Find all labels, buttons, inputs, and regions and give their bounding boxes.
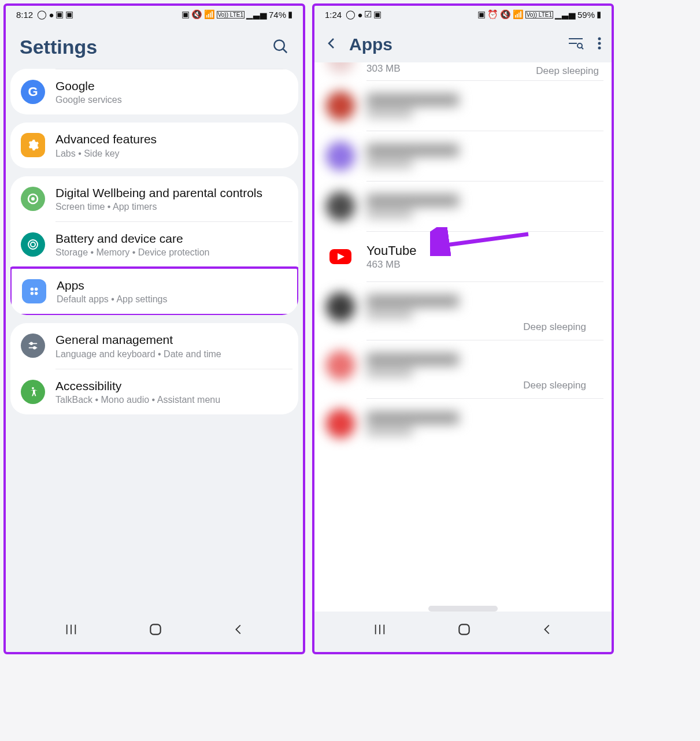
app-size bbox=[366, 368, 413, 377]
item-title: Apps bbox=[57, 278, 287, 293]
settings-item-general-management[interactable]: General management Language and keyboard… bbox=[10, 323, 298, 368]
status-time: 8:12 bbox=[16, 10, 33, 20]
svg-point-9 bbox=[35, 292, 38, 295]
status-time: 1:24 bbox=[325, 10, 342, 20]
mute-icon: 🔇 bbox=[191, 9, 202, 20]
navigation-bar bbox=[6, 612, 303, 652]
youtube-icon bbox=[326, 242, 355, 271]
svg-line-22 bbox=[582, 47, 583, 49]
svg-point-11 bbox=[30, 343, 32, 345]
svg-point-25 bbox=[598, 47, 601, 50]
app-status: Deep sleeping bbox=[536, 65, 599, 77]
filter-search-icon[interactable] bbox=[568, 36, 584, 53]
sliders-icon bbox=[21, 334, 45, 358]
more-icon[interactable] bbox=[598, 36, 601, 53]
status-bar: 8:12 ◯ ● ▣ ▣ ▣ 🔇 📶 Vo)) LTE1 ▁▃▅ 74% ▮ bbox=[6, 6, 303, 21]
app-row[interactable] bbox=[314, 131, 612, 181]
accessibility-icon bbox=[21, 380, 45, 404]
apps-highlight: Apps Default apps • App settings bbox=[10, 266, 298, 315]
chat-icon: ● bbox=[49, 10, 54, 20]
home-button[interactable] bbox=[457, 622, 472, 639]
svg-point-23 bbox=[598, 38, 601, 40]
whatsapp-icon: ◯ bbox=[343, 9, 355, 20]
settings-card: G Google Google services bbox=[10, 69, 298, 114]
settings-screen: 8:12 ◯ ● ▣ ▣ ▣ 🔇 📶 Vo)) LTE1 ▁▃▅ 74% ▮ S… bbox=[3, 3, 305, 654]
app-row[interactable] bbox=[314, 399, 612, 449]
app-status: Deep sleeping bbox=[314, 380, 599, 391]
battery-saver-icon: ▣ bbox=[182, 9, 190, 20]
wifi-icon: 📶 bbox=[513, 9, 524, 20]
back-button[interactable] bbox=[232, 623, 245, 638]
wifi-icon: 📶 bbox=[204, 9, 215, 20]
recents-button[interactable] bbox=[64, 623, 79, 638]
settings-item-battery-care[interactable]: Battery and device care Storage • Memory… bbox=[10, 222, 298, 267]
svg-point-3 bbox=[31, 197, 35, 201]
home-button[interactable] bbox=[148, 622, 163, 639]
app-name bbox=[366, 353, 459, 366]
item-sub: Storage • Memory • Device protection bbox=[55, 247, 288, 258]
gear-icon bbox=[21, 133, 45, 157]
settings-item-google[interactable]: G Google Google services bbox=[10, 69, 298, 114]
apps-header: Apps bbox=[314, 21, 612, 62]
settings-item-apps[interactable]: Apps Default apps • App settings bbox=[12, 269, 297, 314]
settings-item-accessibility[interactable]: Accessibility TalkBack • Mono audio • As… bbox=[10, 369, 298, 414]
svg-point-7 bbox=[35, 288, 38, 291]
chat-icon: ● bbox=[357, 10, 362, 20]
app-name bbox=[366, 94, 459, 106]
svg-point-14 bbox=[32, 387, 34, 389]
app-size bbox=[366, 159, 413, 168]
recents-button[interactable] bbox=[372, 623, 387, 638]
battery-icon: ▮ bbox=[288, 9, 292, 20]
navigation-bar bbox=[314, 612, 612, 652]
back-button[interactable] bbox=[541, 623, 554, 638]
volte-icon: Vo)) LTE1 bbox=[217, 11, 245, 18]
item-title: Digital Wellbeing and parental controls bbox=[55, 186, 288, 201]
svg-point-24 bbox=[598, 42, 601, 45]
svg-line-1 bbox=[283, 49, 287, 53]
battery-saver-icon: ▣ bbox=[477, 9, 486, 20]
image-icon: ▣ bbox=[373, 9, 382, 20]
app-name bbox=[366, 412, 459, 424]
svg-point-5 bbox=[31, 242, 35, 247]
app-name bbox=[366, 295, 459, 307]
app-row-partial[interactable]: 303 MB Deep sleeping bbox=[314, 62, 612, 80]
page-title: Apps bbox=[349, 35, 557, 54]
search-icon[interactable] bbox=[272, 38, 289, 57]
signal-icon: ▁▃▅ bbox=[555, 9, 576, 20]
app-icon bbox=[326, 409, 355, 438]
svg-point-6 bbox=[31, 288, 34, 291]
svg-point-21 bbox=[577, 43, 582, 48]
item-sub: Labs • Side key bbox=[55, 149, 288, 159]
app-icon bbox=[326, 62, 355, 74]
battery-care-icon bbox=[21, 232, 45, 257]
app-row[interactable] bbox=[314, 81, 612, 131]
item-title: General management bbox=[55, 332, 288, 347]
alarm-icon: ⏰ bbox=[487, 9, 498, 20]
app-row[interactable] bbox=[314, 181, 612, 231]
svg-point-13 bbox=[34, 347, 36, 349]
scrollbar-thumb[interactable] bbox=[428, 606, 498, 612]
status-bar: 1:24 ◯ ● ☑ ▣ ▣ ⏰ 🔇 📶 Vo)) LTE1 ▁▃▅ 59% ▮ bbox=[314, 6, 612, 21]
whatsapp-icon: ◯ bbox=[35, 9, 47, 20]
settings-card: Digital Wellbeing and parental controls … bbox=[10, 176, 298, 316]
apps-list[interactable]: 303 MB Deep sleeping YouTube bbox=[314, 62, 612, 612]
item-sub: Google services bbox=[55, 95, 288, 105]
settings-card: Advanced features Labs • Side key bbox=[10, 123, 298, 168]
app-status: Deep sleeping bbox=[314, 321, 599, 333]
settings-item-advanced-features[interactable]: Advanced features Labs • Side key bbox=[10, 123, 298, 168]
settings-card: General management Language and keyboard… bbox=[10, 323, 298, 414]
app-row-youtube[interactable]: YouTube 463 MB bbox=[314, 232, 612, 281]
app-size bbox=[366, 209, 413, 218]
settings-item-digital-wellbeing[interactable]: Digital Wellbeing and parental controls … bbox=[10, 176, 298, 221]
item-title: Advanced features bbox=[55, 132, 288, 147]
app-icon bbox=[326, 91, 355, 120]
instagram-icon: ▣ bbox=[55, 9, 64, 20]
app-name: YouTube bbox=[366, 243, 600, 258]
svg-rect-33 bbox=[459, 624, 469, 634]
page-title: Settings bbox=[20, 36, 97, 58]
svg-point-8 bbox=[31, 292, 34, 295]
svg-rect-18 bbox=[150, 624, 160, 634]
back-icon[interactable] bbox=[325, 36, 339, 53]
app-name bbox=[366, 194, 459, 207]
item-sub: TalkBack • Mono audio • Assistant menu bbox=[55, 395, 288, 405]
